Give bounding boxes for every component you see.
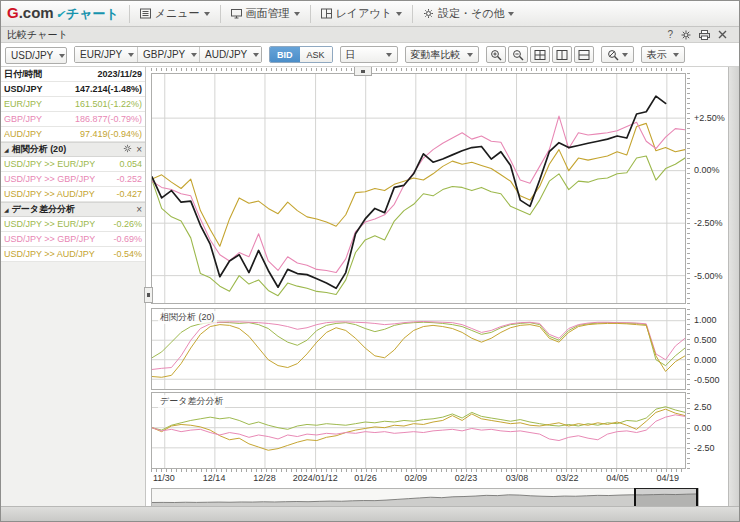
gear-icon[interactable] <box>123 144 132 155</box>
logo-com: .com <box>19 4 54 21</box>
panel-filler <box>1 262 145 506</box>
menubar-item-label: 画面管理 <box>246 6 290 21</box>
zoom-out-button[interactable] <box>508 46 528 63</box>
main-chart-canvas[interactable] <box>152 74 685 303</box>
left-panel-collapse-handle[interactable] <box>144 287 153 303</box>
data-row-label: EUR/JPY <box>4 99 42 109</box>
correlation-chart-title: 相関分析 (20) <box>158 311 217 324</box>
pair-selector-usd-jpy[interactable]: USD/JPY <box>5 47 67 64</box>
menubar-item-0[interactable]: メニュー <box>129 5 220 23</box>
period-select[interactable]: 日 <box>340 46 398 63</box>
diff-chart-canvas[interactable] <box>152 393 685 468</box>
data-row-value: 147.214(-1.48%) <box>75 84 142 94</box>
y-axis-label: 1.000 <box>694 315 739 325</box>
menubar-item-2[interactable]: レイアウト <box>310 5 412 23</box>
split-vertical-icon <box>556 49 568 61</box>
analysis-row-aud[interactable]: USD/JPY >> AUD/JPY-0.427 <box>1 187 145 202</box>
chevron-down-icon <box>508 12 514 16</box>
data-row-label: USD/JPY <box>4 84 43 94</box>
section-icons: × <box>136 205 142 215</box>
print-icon[interactable] <box>699 30 710 40</box>
data-row-label: USD/JPY >> AUD/JPY <box>4 249 95 259</box>
bid-button[interactable]: BID <box>270 47 300 62</box>
data-row-label: USD/JPY >> GBP/JPY <box>4 234 95 244</box>
zoom-reset-select[interactable] <box>601 46 634 63</box>
panel-window-controls: ? <box>667 30 733 40</box>
chevron-down-icon <box>622 53 628 57</box>
correlation-chart[interactable] <box>151 308 686 390</box>
price-row-aud[interactable]: AUD/JPY97.419(-0.94%) <box>1 127 145 142</box>
chart-region: 相関分析 (20) データ差分分析 11/3012/1412/282024/01… <box>146 67 739 506</box>
chart-top-collapse-handle[interactable] <box>354 67 372 76</box>
chart-tool-buttons <box>486 46 594 63</box>
data-row-value: 97.419(-0.94%) <box>80 129 142 139</box>
corr-chart-canvas[interactable] <box>152 309 685 389</box>
pair-selector-gbp-jpy[interactable]: GBP/JPY <box>137 47 199 62</box>
compare-mode-select[interactable]: 変動率比較 <box>405 46 479 63</box>
y-axis-label: 0.00 <box>694 423 739 433</box>
menubar-items: メニュー画面管理レイアウト設定・その他 <box>129 1 525 26</box>
analysis-row-eur[interactable]: USD/JPY >> EUR/JPY0.054 <box>1 157 145 172</box>
tab-comparison-chart[interactable]: 比較チャート <box>7 28 68 42</box>
correlation-right-ruler <box>687 308 690 390</box>
zoom-in-icon <box>490 49 502 61</box>
ask-button[interactable]: ASK <box>300 47 332 62</box>
y-axis-label: -5.00% <box>694 271 739 281</box>
data-row-value: 161.501(-1.22%) <box>75 99 142 109</box>
data-row-label: USD/JPY >> EUR/JPY <box>4 159 95 169</box>
pair-selector-aud-jpy[interactable]: AUD/JPY <box>199 47 261 62</box>
section-header-1[interactable]: ◢データ差分分析× <box>1 202 145 217</box>
menubar-item-label: 設定・その他 <box>438 6 505 21</box>
main-chart-right-ruler <box>687 73 690 304</box>
split-horizontal-icon <box>578 49 590 61</box>
date-time-row[interactable]: 日付/時間2023/11/29 <box>1 67 145 82</box>
price-row-gbp[interactable]: GBP/JPY186.877(-0.79%) <box>1 112 145 127</box>
app-window: G.com✔チャート メニュー画面管理レイアウト設定・その他 比較チャート ? … <box>0 0 740 522</box>
analysis-row-eur[interactable]: USD/JPY >> EUR/JPY-0.26% <box>1 217 145 232</box>
analysis-row-gbp[interactable]: USD/JPY >> GBP/JPY-0.69% <box>1 232 145 247</box>
menubar-item-label: レイアウト <box>336 6 392 21</box>
pair-selector-eur-jpy[interactable]: EUR/JPY <box>75 47 137 62</box>
display-options-select[interactable]: 表示 <box>641 46 685 63</box>
data-row-value: -0.54% <box>113 249 142 259</box>
grid-2x2-layout-button[interactable] <box>530 46 550 63</box>
data-row-value: 186.877(-0.79%) <box>75 114 142 124</box>
x-axis-ruler <box>151 469 686 472</box>
section-collapse-icon[interactable]: ◢ <box>4 207 9 213</box>
tabbar: 比較チャート ? <box>1 27 739 43</box>
section-title: 相関分析 (20) <box>12 143 67 156</box>
data-row-label: 日付/時間 <box>4 68 43 81</box>
navigator-area-chart[interactable] <box>152 489 698 506</box>
split-horizontal-layout-button[interactable] <box>574 46 594 63</box>
data-diff-chart[interactable] <box>151 392 686 469</box>
split-vertical-layout-button[interactable] <box>552 46 572 63</box>
main-chart[interactable] <box>151 73 686 304</box>
price-row-usd[interactable]: USD/JPY147.214(-1.48%) <box>1 82 145 97</box>
toolbar: USD/JPY EUR/JPYGBP/JPYAUD/JPY BID ASK 日 … <box>1 43 739 67</box>
section-header-0[interactable]: ◢相関分析 (20)× <box>1 142 145 157</box>
close-icon[interactable]: × <box>136 145 142 155</box>
section-collapse-icon[interactable]: ◢ <box>4 147 9 153</box>
zoom-in-button[interactable] <box>486 46 506 63</box>
gear-icon[interactable] <box>681 30 691 40</box>
close-icon[interactable]: × <box>136 205 142 215</box>
chevron-down-icon <box>191 53 197 57</box>
logo-check-icon: ✔ <box>56 8 65 21</box>
logo-g: G <box>7 4 19 21</box>
range-navigator[interactable] <box>151 488 699 506</box>
price-row-eur[interactable]: EUR/JPY161.501(-1.22%) <box>1 97 145 112</box>
analysis-row-aud[interactable]: USD/JPY >> AUD/JPY-0.54% <box>1 247 145 262</box>
close-icon[interactable] <box>718 30 727 39</box>
data-row-value: -0.26% <box>113 219 142 229</box>
analysis-row-gbp[interactable]: USD/JPY >> GBP/JPY-0.252 <box>1 172 145 187</box>
menubar-item-1[interactable]: 画面管理 <box>220 5 310 23</box>
data-diff-right-ruler <box>687 392 690 469</box>
menubar-item-3[interactable]: 設定・その他 <box>412 5 525 23</box>
pair-selector-group: EUR/JPYGBP/JPYAUD/JPY <box>74 46 262 63</box>
menubar-item-label: メニュー <box>155 6 200 21</box>
y-axis-label: 2.50 <box>694 402 739 412</box>
vertical-scrollbar[interactable] <box>728 67 739 506</box>
navigator-selection-handle[interactable] <box>634 488 698 506</box>
help-icon[interactable]: ? <box>667 30 673 40</box>
data-row-label: GBP/JPY <box>4 114 42 124</box>
